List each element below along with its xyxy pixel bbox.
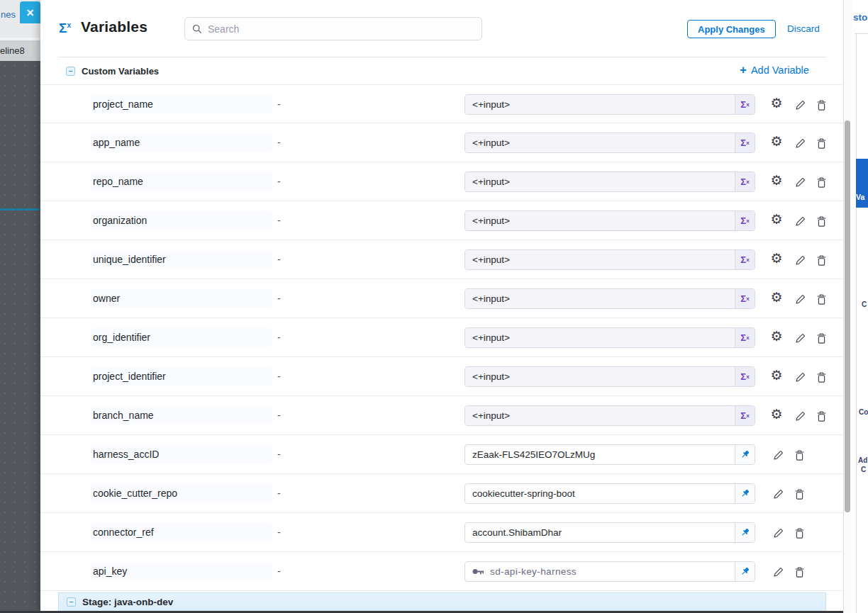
settings-gear-icon[interactable]: ⚙ xyxy=(768,171,785,189)
section-title: Custom Variables xyxy=(82,66,159,77)
variable-description: - xyxy=(277,396,281,435)
apply-changes-button[interactable]: Apply Changes xyxy=(687,20,776,38)
variable-value-input[interactable]: <+input> Σx xyxy=(464,327,755,348)
table-row: project_identifier - <+input> Σx xyxy=(40,357,843,396)
table-row: api_key - sd-api-key-harness Σx xyxy=(40,552,843,591)
delete-trash-icon[interactable] xyxy=(791,524,808,541)
settings-gear-icon[interactable]: ⚙ xyxy=(768,133,785,150)
fixed-value-pin-icon[interactable] xyxy=(735,445,755,464)
delete-trash-icon[interactable] xyxy=(813,174,830,191)
edit-pencil-icon[interactable] xyxy=(769,446,786,463)
variable-description: - xyxy=(277,240,281,279)
edit-pencil-icon[interactable] xyxy=(791,369,808,386)
delete-trash-icon[interactable] xyxy=(813,135,830,152)
runtime-input-type-icon[interactable]: Σx xyxy=(735,406,755,425)
edit-pencil-icon[interactable] xyxy=(769,563,786,580)
rail-label-fragment: C xyxy=(862,300,867,308)
edit-pencil-icon[interactable] xyxy=(791,252,808,269)
fixed-value-pin-icon[interactable] xyxy=(735,484,755,503)
variable-value-input[interactable]: <+input> Σx xyxy=(464,405,755,426)
variable-value-input[interactable]: account.ShibamDhar Σx xyxy=(464,522,755,543)
settings-gear-icon[interactable]: ⚙ xyxy=(768,405,785,422)
delete-trash-icon[interactable] xyxy=(791,446,808,463)
pipelines-breadcrumb-fragment[interactable]: nes xyxy=(1,9,16,20)
edit-pencil-icon[interactable] xyxy=(791,96,808,113)
fixed-value-pin-icon[interactable] xyxy=(735,523,755,542)
history-link-fragment[interactable]: stor xyxy=(853,12,868,23)
settings-gear-icon[interactable]: ⚙ xyxy=(768,288,785,305)
fixed-value-pin-icon[interactable] xyxy=(735,562,755,581)
table-row: project_name - <+input> Σx xyxy=(40,84,843,123)
table-row: unique_identifier - <+input> Σx xyxy=(40,240,843,279)
variable-value: zEaak-FLS425IEO7OLzMUg xyxy=(472,449,595,460)
edit-pencil-icon[interactable] xyxy=(791,330,808,347)
delete-trash-icon[interactable] xyxy=(813,369,830,386)
variable-value-input[interactable]: sd-api-key-harness Σx xyxy=(464,561,755,582)
pipeline-tab-fragment[interactable]: eline8 xyxy=(0,45,25,56)
delete-trash-icon[interactable] xyxy=(813,96,830,113)
runtime-input-type-icon[interactable]: Σx xyxy=(735,328,755,347)
table-row: connector_ref - account.ShibamDhar Σx xyxy=(40,513,843,552)
variable-value-input[interactable]: zEaak-FLS425IEO7OLzMUg Σx xyxy=(464,444,755,465)
settings-gear-icon[interactable]: ⚙ xyxy=(768,210,785,227)
runtime-input-type-icon[interactable]: Σx xyxy=(735,172,755,191)
stage-section-header[interactable]: − Stage: java-onb-dev xyxy=(58,592,826,611)
variable-value-input[interactable]: <+input> Σx xyxy=(464,249,755,270)
table-row: harness_accID - zEaak-FLS425IEO7OLzMUg Σ… xyxy=(40,435,843,474)
delete-trash-icon[interactable] xyxy=(813,252,830,269)
settings-gear-icon[interactable]: ⚙ xyxy=(768,366,785,383)
edit-pencil-icon[interactable] xyxy=(791,135,808,152)
rail-label-fragment: Ad xyxy=(858,456,867,464)
table-row: app_name - <+input> Σx xyxy=(40,123,843,162)
edit-pencil-icon[interactable] xyxy=(769,485,786,502)
runtime-input-type-icon[interactable]: Σx xyxy=(735,250,755,269)
delete-trash-icon[interactable] xyxy=(813,291,830,308)
table-row: cookie_cutter_repo - cookiecutter-spring… xyxy=(40,474,843,513)
right-rail: stor Va C Co Ad C xyxy=(852,0,868,613)
dimmed-pipeline-canvas: nes ✕ eline8 xyxy=(0,0,40,613)
runtime-input-type-icon[interactable]: Σx xyxy=(735,367,755,386)
variable-value-input[interactable]: <+input> Σx xyxy=(464,288,755,309)
variable-value: <+input> xyxy=(472,332,510,343)
collapse-section-icon[interactable]: − xyxy=(66,67,75,76)
search-icon xyxy=(192,24,202,34)
edit-pencil-icon[interactable] xyxy=(791,407,808,424)
variables-rail-tab[interactable]: Va xyxy=(856,159,868,208)
variable-value-input[interactable]: <+input> Σx xyxy=(464,210,755,231)
variable-value-input[interactable]: cookiecutter-spring-boot Σx xyxy=(464,483,755,504)
variable-value-input[interactable]: <+input> Σx xyxy=(464,366,755,387)
runtime-input-type-icon[interactable]: Σx xyxy=(735,211,755,230)
edit-pencil-icon[interactable] xyxy=(791,213,808,230)
plus-icon: + xyxy=(740,63,747,77)
settings-gear-icon[interactable]: ⚙ xyxy=(768,249,785,266)
canvas-stage-line xyxy=(0,208,40,210)
delete-trash-icon[interactable] xyxy=(791,563,808,580)
search-input[interactable] xyxy=(208,23,474,35)
discard-button[interactable]: Discard xyxy=(787,23,820,34)
edit-pencil-icon[interactable] xyxy=(791,291,808,308)
delete-trash-icon[interactable] xyxy=(813,330,830,347)
variable-description: - xyxy=(277,318,281,357)
key-icon xyxy=(472,568,484,575)
edit-pencil-icon[interactable] xyxy=(769,524,786,541)
settings-gear-icon[interactable]: ⚙ xyxy=(768,327,785,344)
add-variable-button[interactable]: +Add Variable xyxy=(740,63,809,77)
edit-pencil-icon[interactable] xyxy=(791,174,808,191)
runtime-input-type-icon[interactable]: Σx xyxy=(735,133,755,152)
close-panel-button[interactable]: ✕ xyxy=(20,1,40,23)
delete-trash-icon[interactable] xyxy=(813,407,830,424)
delete-trash-icon[interactable] xyxy=(791,485,808,502)
scrollbar-thumb[interactable] xyxy=(845,120,850,512)
variable-value-input[interactable]: <+input> Σx xyxy=(464,94,755,115)
runtime-input-type-icon[interactable]: Σx xyxy=(735,95,755,114)
variable-value-input[interactable]: <+input> Σx xyxy=(464,171,755,192)
variable-description: - xyxy=(277,513,281,552)
settings-gear-icon[interactable]: ⚙ xyxy=(768,94,785,111)
variable-value: <+input> xyxy=(472,371,510,382)
runtime-input-type-icon[interactable]: Σx xyxy=(735,289,755,308)
variable-value-input[interactable]: <+input> Σx xyxy=(464,133,755,153)
variable-value: <+input> xyxy=(472,99,510,110)
delete-trash-icon[interactable] xyxy=(813,213,830,230)
collapse-stage-icon[interactable]: − xyxy=(67,597,76,607)
search-box xyxy=(184,17,482,40)
